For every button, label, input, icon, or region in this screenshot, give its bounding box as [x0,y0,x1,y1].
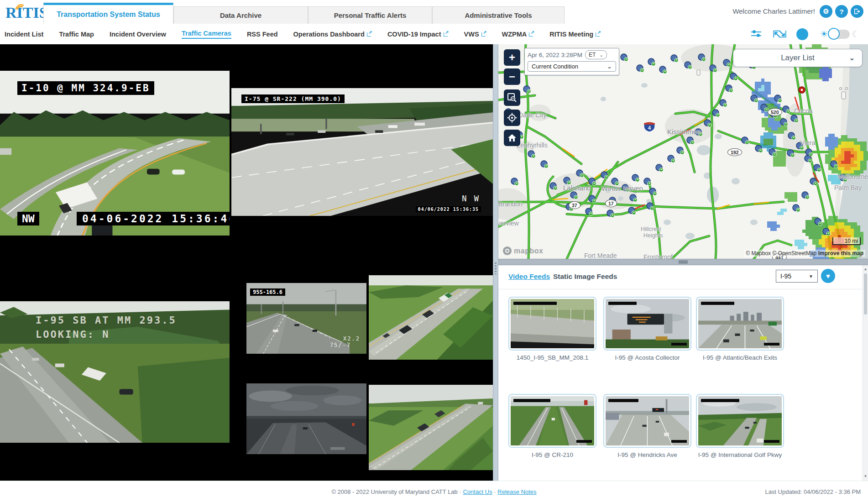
contact-us-link[interactable]: Contact Us [463,488,492,495]
svg-text:+: + [660,168,662,171]
ritis-app: RITIS Transportation System Status Data … [0,0,868,503]
svg-text:+: + [545,164,547,168]
feed-thumbnail[interactable] [508,394,596,448]
feed-card[interactable]: 1450_I-95_SB_MM_208.1 [508,297,596,361]
feed-card[interactable]: I-95 @ CR-210 [508,394,596,458]
logout-icon[interactable] [851,5,863,18]
thumb-timestamp-chip [764,343,779,346]
welcome-text: Welcome Charles Lattimer! [732,7,815,15]
feed-thumbnail[interactable] [603,297,691,351]
feeds-scrollbar[interactable]: ▲ ▼ [863,265,868,481]
home-extent-button[interactable] [504,130,520,146]
box-zoom-button[interactable] [504,89,520,106]
zoom-out-button[interactable]: − [504,68,520,85]
feed-card-label: 1450_I-95_SB_MM_208.1 [508,354,596,361]
svg-text:+: + [528,89,530,93]
favorites-heart-icon[interactable]: ♥ [821,269,835,283]
svg-text:+: + [648,182,650,185]
svg-text:+: + [616,182,618,185]
thumb-title-chip [608,302,637,305]
panel-resize-divider-vertical[interactable] [493,44,498,481]
camera-feed-aerial-2[interactable] [369,385,493,470]
incident-marker[interactable] [799,87,805,93]
feed-thumbnail[interactable] [603,394,691,448]
help-icon[interactable]: ? [835,5,848,18]
svg-text:+: + [797,208,799,211]
improve-map-link[interactable]: Improve this map [818,250,863,257]
camera-image [231,88,493,216]
scroll-thumb[interactable] [864,273,867,314]
chat-bubble-icon[interactable] [796,28,808,40]
route-37-shield: 37 [569,201,580,209]
tab-data-archive[interactable]: Data Archive [173,6,308,24]
road-filter-select[interactable]: I-95▼ [776,270,818,283]
map-datetime[interactable]: Apr 6, 2022 3:28PM [528,52,582,58]
subnav-covid19-impact[interactable]: COVID-19 Impact [387,31,449,38]
tab-static-image-feeds[interactable]: Static Image Feeds [553,272,617,281]
route-520-shield: 520 [768,108,782,116]
camera-title-overlay: I-95 SB AT MM 293.5 LOOKING: N [36,313,177,341]
zoom-in-button[interactable]: + [504,49,520,66]
camera-feed-95s[interactable]: 95S-165.6 X2.2 75/-7 [246,283,366,354]
mapbox-logo[interactable]: mapbox [503,246,543,255]
svg-text:+: + [792,153,794,157]
tab-transportation-system-status[interactable]: Transportation System Status [43,3,173,24]
svg-text:+: + [641,68,643,72]
svg-text:+: + [606,175,607,178]
feed-thumbnail[interactable] [696,394,784,448]
subnav-traffic-map[interactable]: Traffic Map [59,31,94,38]
svg-text:+: + [575,195,577,199]
svg-text:+: + [760,149,762,152]
moon-icon: ☾ [852,29,860,40]
svg-text:+: + [521,135,523,138]
thumb-title-chip [513,302,557,305]
subnav-traffic-cameras[interactable]: Traffic Cameras [182,30,231,39]
feed-card-label: I-95 @ CR-210 [508,451,596,458]
subnav-incident-overview[interactable]: Incident Overview [110,31,166,38]
fullscreen-expand-icon[interactable]: ⇱⇲ [773,29,785,40]
camera-feed-i75[interactable]: I-75 @ SR-222 (MM 390.0) N W 04/06/2022 … [231,88,493,216]
locate-button[interactable] [504,110,520,126]
subnav-rss-feed[interactable]: RSS Feed [247,31,278,38]
subnav-vws[interactable]: VWS [464,31,486,38]
theme-switch[interactable] [830,30,850,39]
tab-administrative-tools[interactable]: Administrative Tools [432,6,565,24]
camera-title-overlay: I-75 @ SR-222 (MM 390.0) [241,94,345,103]
camera-image [0,71,230,236]
feed-card[interactable]: I-95 @ Atlantic/Beach Exits [696,297,784,361]
subnav-wzpma[interactable]: WZPMA [502,31,534,38]
camera-image [369,385,493,470]
gear-icon[interactable]: ⚙ [820,5,832,18]
release-notes-link[interactable]: Release Notes [497,488,536,495]
subnav-incident-list[interactable]: Incident List [5,31,43,38]
scroll-down-arrow[interactable]: ▼ [863,473,868,480]
subnav-operations-dashboard[interactable]: Operations Dashboard [293,31,372,38]
timezone-select[interactable]: ET⌄ [585,50,607,59]
traffic-map[interactable]: ++++++++++++++++++++++++++++++++++++++++… [498,44,868,259]
camera-feed-i95-sb[interactable]: I-95 SB AT MM 293.5 LOOKING: N [0,301,230,443]
feed-thumbnail[interactable] [696,297,784,351]
scroll-up-arrow[interactable]: ▲ [863,266,868,272]
day-night-toggle[interactable]: ☀ ☾ [820,29,860,40]
layer-list-dropdown[interactable]: Layer List⌄ [733,49,863,67]
footer: © 2008 - 2022 University of Maryland CAT… [0,481,868,503]
feed-thumbnail[interactable] [508,297,596,351]
thumb-title-chip [701,399,739,402]
camera-feed-aerial-1[interactable] [369,275,493,360]
ritis-logo[interactable]: RITIS [5,3,42,23]
feed-card[interactable]: I-95 @ International Golf Pkwy [696,394,784,458]
filter-sliders-icon[interactable] [751,30,761,38]
camera-feed-i10[interactable]: I-10 @ MM 324.9-EB NW 04-06-2022 15:36:4… [0,71,230,236]
tab-personal-traffic-alerts[interactable]: Personal Traffic Alerts [308,6,432,24]
feed-card[interactable]: I-95 @ Hendricks Ave [603,394,691,458]
tab-video-feeds[interactable]: Video Feeds [508,272,550,281]
panel-resize-divider-horizontal[interactable] [498,259,868,265]
svg-text:+: + [835,164,837,168]
svg-text:+: + [681,151,683,154]
subnav-ritis-meeting[interactable]: RITIS Meeting [549,31,601,38]
subnav: Incident List Traffic Map Incident Overv… [0,24,868,45]
feed-card[interactable]: I-95 @ Acosta Collector [603,297,691,361]
svg-text:+: + [654,192,656,195]
condition-select[interactable]: Current Condition⌄ [528,61,616,72]
camera-feed-overcast[interactable] [246,383,366,454]
